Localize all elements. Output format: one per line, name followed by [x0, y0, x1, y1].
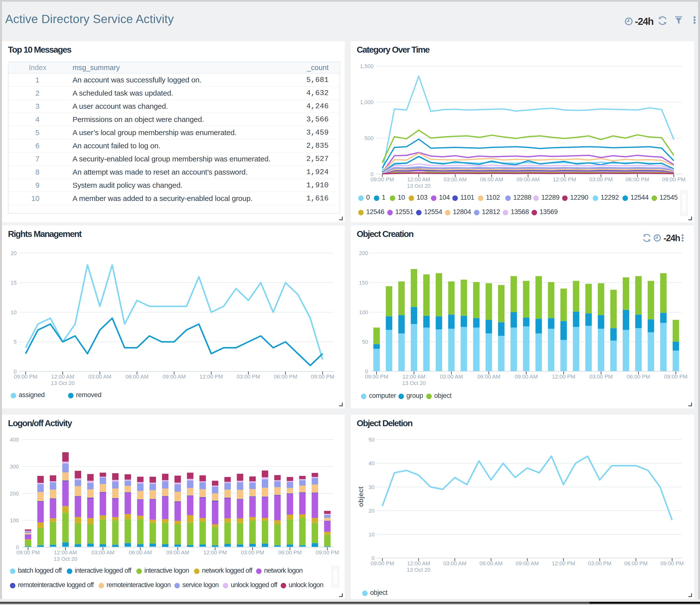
svg-text:06:00 AM: 06:00 AM [479, 560, 502, 566]
svg-text:12:00 PM: 12:00 PM [552, 560, 575, 566]
svg-text:03:00 AM: 03:00 AM [443, 560, 467, 566]
svg-text:13 Oct 20: 13 Oct 20 [407, 183, 430, 189]
svg-text:12:00 AM: 12:00 AM [51, 374, 74, 380]
svg-text:06:00 PM: 06:00 PM [627, 374, 650, 380]
svg-text:20: 20 [369, 508, 375, 514]
svg-text:12:00 PM: 12:00 PM [553, 176, 576, 182]
svg-text:50: 50 [362, 339, 368, 345]
svg-text:09:00 AM: 09:00 AM [163, 374, 186, 380]
svg-text:03:00 AM: 03:00 AM [440, 374, 463, 380]
svg-text:40: 40 [369, 460, 375, 467]
svg-text:300: 300 [10, 463, 19, 470]
svg-text:12:00 AM: 12:00 AM [407, 560, 430, 566]
svg-text:50: 50 [369, 437, 375, 443]
svg-text:03:00 PM: 03:00 PM [588, 560, 611, 566]
svg-text:12:00 AM: 12:00 AM [402, 374, 426, 380]
svg-text:06:00 AM: 06:00 AM [129, 549, 152, 556]
svg-text:13 Oct 20: 13 Oct 20 [51, 380, 75, 386]
svg-text:5: 5 [14, 339, 17, 345]
svg-text:200: 200 [10, 490, 19, 497]
svg-text:400: 400 [10, 437, 19, 443]
svg-text:09:00 AM: 09:00 AM [515, 374, 538, 380]
svg-text:06:00 PM: 06:00 PM [274, 374, 297, 380]
svg-text:03:00 AM: 03:00 AM [92, 549, 115, 556]
svg-text:06:00 AM: 06:00 AM [480, 176, 503, 182]
svg-text:object: object [357, 486, 365, 507]
svg-text:09:00 PM: 09:00 PM [316, 549, 339, 556]
svg-text:09:00 AM: 09:00 AM [516, 560, 539, 566]
svg-text:06:00 PM: 06:00 PM [624, 560, 648, 566]
svg-text:03:00 PM: 03:00 PM [589, 176, 612, 182]
svg-text:09:00 PM: 09:00 PM [14, 374, 37, 380]
svg-text:500: 500 [365, 135, 374, 141]
svg-text:09:00 PM: 09:00 PM [664, 374, 688, 380]
svg-text:09:00 PM: 09:00 PM [371, 176, 394, 182]
svg-text:09:00 PM: 09:00 PM [311, 374, 334, 380]
svg-text:03:00 AM: 03:00 AM [89, 374, 111, 380]
svg-text:12:00 PM: 12:00 PM [199, 374, 223, 380]
svg-text:13 Oct 20: 13 Oct 20 [407, 567, 430, 573]
svg-text:06:00 AM: 06:00 AM [477, 374, 500, 380]
svg-text:12:00 AM: 12:00 AM [54, 549, 77, 556]
svg-text:200: 200 [359, 250, 368, 256]
svg-text:06:00 AM: 06:00 AM [125, 374, 149, 380]
svg-text:13 Oct 20: 13 Oct 20 [54, 556, 77, 562]
svg-text:09:00 PM: 09:00 PM [365, 374, 388, 380]
svg-text:1,000: 1,000 [360, 99, 374, 105]
svg-text:15: 15 [11, 280, 17, 286]
svg-text:06:00 PM: 06:00 PM [278, 549, 302, 556]
svg-text:100: 100 [359, 309, 368, 316]
svg-text:06:00 PM: 06:00 PM [626, 176, 649, 182]
svg-text:100: 100 [10, 517, 19, 524]
svg-text:150: 150 [359, 280, 368, 286]
svg-text:03:00 PM: 03:00 PM [590, 374, 613, 380]
svg-text:10: 10 [11, 309, 17, 316]
svg-text:12:00 AM: 12:00 AM [407, 176, 430, 182]
svg-text:10: 10 [369, 531, 375, 538]
svg-text:12:00 PM: 12:00 PM [552, 374, 575, 380]
svg-text:20: 20 [11, 250, 17, 256]
svg-text:1,500: 1,500 [360, 63, 374, 69]
svg-text:09:00 AM: 09:00 AM [517, 176, 540, 182]
svg-text:09:00 PM: 09:00 PM [371, 560, 394, 566]
svg-text:12:00 PM: 12:00 PM [203, 549, 227, 556]
svg-text:03:00 PM: 03:00 PM [237, 374, 260, 380]
svg-text:03:00 AM: 03:00 AM [444, 176, 467, 182]
svg-text:09:00 PM: 09:00 PM [660, 560, 684, 566]
svg-text:03:00 PM: 03:00 PM [241, 549, 264, 556]
svg-text:09:00 AM: 09:00 AM [166, 549, 189, 556]
svg-text:09:00 PM: 09:00 PM [17, 549, 40, 556]
svg-text:13 Oct 20: 13 Oct 20 [402, 380, 426, 386]
svg-text:30: 30 [369, 484, 375, 490]
svg-text:09:00 PM: 09:00 PM [662, 176, 685, 182]
